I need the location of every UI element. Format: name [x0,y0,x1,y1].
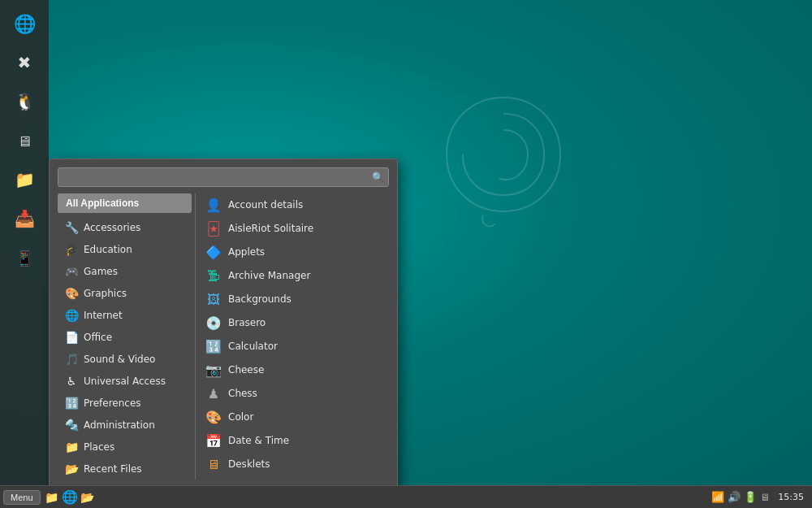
category-office[interactable]: 📄 Office [58,327,192,348]
app-archive-manager[interactable]: 🗜 Archive Manager [199,264,387,287]
taskbar-quicklaunch: 📁 🌐 📂 [44,489,96,506]
search-bar: 🔍 [58,167,389,187]
sidebar-browser-icon[interactable]: 🌐 [7,7,41,41]
sidebar-install-icon[interactable]: 📥 [7,202,41,236]
category-preferences[interactable]: 🔢 Preferences [58,393,192,414]
recent-files-icon: 📂 [64,462,79,476]
category-graphics-label: Graphics [84,288,127,299]
desklets-icon: 🖥 [205,456,222,472]
app-brasero[interactable]: 💿 Brasero [199,311,387,334]
app-applets[interactable]: 🔷 Applets [199,241,387,263]
app-chess[interactable]: ♟ Chess [199,382,387,405]
category-internet-label: Internet [84,310,123,321]
aisleriot-icon: 🃏 [205,220,222,237]
volume-tray-icon: 🔊 [728,491,741,503]
taskbar-browser-icon[interactable]: 🌐 [62,489,78,506]
category-administration-label: Administration [84,419,155,431]
all-applications-button[interactable]: All Applications [58,193,192,213]
debian-swirl-logo [422,81,585,244]
category-graphics[interactable]: 🎨 Graphics [58,283,192,304]
sidebar-terminal-icon[interactable]: 🖥 [7,124,41,158]
search-input[interactable] [58,167,389,187]
sidebar-device-icon[interactable]: 📱 [7,241,41,275]
category-education[interactable]: 🎓 Education [58,239,192,260]
taskbar-files-icon[interactable]: 📁 [44,489,60,506]
category-accessories-label: Accessories [84,222,140,233]
app-desklets-label: Desklets [228,458,270,470]
app-archive-manager-label: Archive Manager [228,270,310,281]
category-accessories[interactable]: 🔧 Accessories [58,217,192,238]
apps-panel: 👤 Account details 🃏 AisleRiot Solitaire … [199,193,389,478]
category-universal-access-label: Universal Access [84,376,166,387]
category-recent-files-label: Recent Files [84,463,142,475]
clock: 15:35 [778,492,804,502]
app-brasero-label: Brasero [228,317,266,328]
app-backgrounds[interactable]: 🖼 Backgrounds [199,288,387,310]
category-recent-files[interactable]: 📂 Recent Files [58,458,192,480]
app-date-time[interactable]: 📅 Date & Time [199,429,387,452]
app-menu: 🔍 All Applications 🔧 Accessories 🎓 Educa… [49,158,398,488]
sidebar-user-icon[interactable]: 🐧 [7,85,41,119]
menu-divider [195,193,196,480]
category-places-label: Places [84,441,114,453]
category-administration[interactable]: 🔩 Administration [58,415,192,436]
systray: 📶 🔊 🔋 🖥 [711,491,770,503]
calculator-icon: 🔢 [205,338,222,354]
internet-icon: 🌐 [64,308,79,323]
category-office-label: Office [84,332,112,343]
app-cheese-label: Cheese [228,364,264,376]
app-applets-label: Applets [228,246,265,258]
battery-tray-icon: 🔋 [744,491,757,503]
chess-icon: ♟ [205,385,222,402]
archive-manager-icon: 🗜 [205,267,222,284]
sound-video-icon: 🎵 [64,352,79,367]
category-sound-video-label: Sound & Video [84,354,155,365]
display-tray-icon: 🖥 [760,492,770,503]
graphics-icon: 🎨 [64,286,79,301]
app-cheese[interactable]: 📷 Cheese [199,358,387,381]
education-icon: 🎓 [64,242,79,257]
app-desklets[interactable]: 🖥 Desklets [199,453,387,475]
account-details-icon: 👤 [205,197,222,213]
sidebar-folder-icon[interactable]: 📁 [7,163,41,197]
desktop: 🌐 ✖ 🐧 🖥 📁 📥 📱 🔍 All Applic [0,0,812,508]
app-color[interactable]: 🎨 Color [199,406,387,428]
category-places[interactable]: 📁 Places [58,436,192,458]
app-desktop[interactable]: 🖥 Desktop [199,476,387,478]
app-aisleriot-label: AisleRiot Solitaire [228,223,313,234]
app-aisleriot[interactable]: 🃏 AisleRiot Solitaire [199,217,387,240]
category-universal-access[interactable]: ♿ Universal Access [58,371,192,392]
network-tray-icon: 📶 [711,491,724,503]
taskbar-menu-button[interactable]: Menu [3,490,41,505]
backgrounds-icon: 🖼 [205,291,222,307]
app-account-details[interactable]: 👤 Account details [199,193,387,216]
left-sidebar: 🌐 ✖ 🐧 🖥 📁 📥 📱 [0,0,49,485]
app-calculator[interactable]: 🔢 Calculator [199,335,387,358]
apps-panel-wrapper: 👤 Account details 🃏 AisleRiot Solitaire … [199,193,389,480]
universal-access-icon: ♿ [64,374,79,389]
office-icon: 📄 [64,330,79,345]
search-icon[interactable]: 🔍 [372,172,384,183]
preferences-icon: 🔢 [64,396,79,410]
app-backgrounds-label: Backgrounds [228,293,292,305]
app-account-details-label: Account details [228,199,303,211]
categories-panel: All Applications 🔧 Accessories 🎓 Educati… [58,193,192,480]
app-color-label: Color [228,411,253,423]
taskbar-folder-icon[interactable]: 📂 [80,489,96,506]
sidebar-settings-icon[interactable]: ✖ [7,46,41,80]
administration-icon: 🔩 [64,418,79,432]
category-education-label: Education [84,244,132,255]
category-games[interactable]: 🎮 Games [58,261,192,282]
cheese-icon: 📷 [205,362,222,378]
category-sound-video[interactable]: 🎵 Sound & Video [58,349,192,370]
places-icon: 📁 [64,440,79,454]
taskbar-right: 📶 🔊 🔋 🖥 15:35 [711,491,809,503]
category-games-label: Games [84,266,118,277]
color-icon: 🎨 [205,409,222,425]
app-calculator-label: Calculator [228,341,278,352]
taskbar: Menu 📁 🌐 📂 📶 🔊 🔋 🖥 15:35 [0,485,812,508]
app-date-time-label: Date & Time [228,435,289,446]
category-internet[interactable]: 🌐 Internet [58,305,192,326]
accessories-icon: 🔧 [64,220,79,235]
app-chess-label: Chess [228,388,257,399]
